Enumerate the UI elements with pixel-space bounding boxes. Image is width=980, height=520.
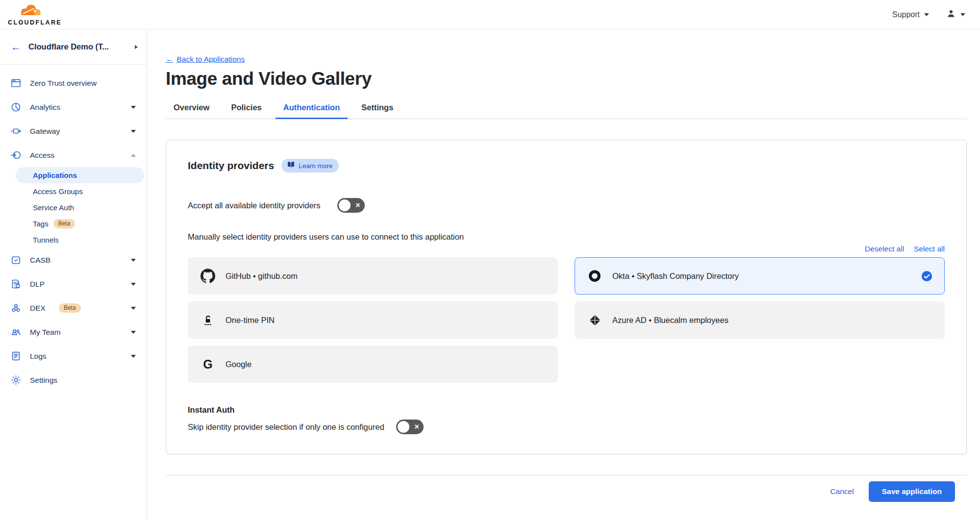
learn-more-badge[interactable]: Learn more [281, 159, 339, 173]
tab-authentication[interactable]: Authentication [276, 98, 348, 119]
support-menu[interactable]: Support [892, 10, 929, 19]
document-lock-icon [10, 278, 22, 290]
sidebar-item-dex[interactable]: DEX Beta [0, 296, 147, 320]
provider-label: Google [226, 360, 251, 369]
sidebar-item-dlp[interactable]: DLP [0, 272, 147, 296]
cluster-icon [10, 302, 22, 314]
sidebar-item-applications[interactable]: Applications [16, 167, 144, 183]
people-icon [10, 326, 22, 338]
sidebar-item-gateway[interactable]: Gateway [0, 119, 147, 143]
sidebar-item-label: Settings [30, 376, 57, 385]
sidebar-item-access[interactable]: Access [0, 143, 147, 167]
cloudflare-wordmark: CLOUDFLARE [8, 20, 62, 26]
pie-chart-icon [10, 101, 22, 113]
sidebar-item-service-auth[interactable]: Service Auth [16, 199, 144, 216]
sidebar-nav: Zero Trust overview Analytics Gateway [0, 65, 147, 392]
provider-google[interactable]: G Google [188, 346, 558, 383]
instant-auth-heading: Instant Auth [188, 405, 945, 415]
instant-auth-toggle[interactable]: × [396, 420, 424, 434]
topbar: CLOUDFLARE Support [0, 0, 980, 29]
selection-links: Deselect all Select all [188, 245, 945, 253]
beta-badge: Beta [53, 219, 75, 228]
chevron-up-icon [131, 154, 136, 157]
sidebar-item-label: My Team [30, 328, 61, 337]
page-title: Image and Video Gallery [166, 69, 967, 89]
toggle-off-x-icon: × [414, 423, 419, 431]
toggle-off-x-icon: × [355, 201, 360, 209]
sidebar-item-settings[interactable]: Settings [0, 368, 147, 392]
save-application-button[interactable]: Save application [869, 481, 955, 502]
sidebar-item-label: Access [30, 151, 54, 160]
sidebar-item-label: Analytics [30, 103, 60, 112]
casb-box-check-icon [10, 254, 22, 266]
chevron-right-icon [135, 45, 138, 49]
back-to-applications-link[interactable]: ← Back to Applications [166, 55, 245, 64]
accept-all-label: Accept all available identity providers [188, 201, 321, 210]
learn-more-label: Learn more [299, 162, 332, 170]
account-name: Cloudflare Demo (T... [28, 42, 127, 51]
beta-badge: Beta [59, 303, 81, 313]
sidebar-item-label: Access Groups [33, 187, 83, 196]
provider-label: One-time PIN [226, 316, 275, 325]
github-icon [201, 269, 215, 283]
instant-auth-label: Skip identity provider selection if only… [188, 422, 384, 432]
chevron-down-icon [924, 13, 929, 16]
sidebar-item-access-groups[interactable]: Access Groups [16, 183, 144, 199]
gear-icon [10, 374, 22, 386]
access-login-icon [10, 149, 22, 161]
main-content: ← Back to Applications Image and Video G… [147, 29, 980, 520]
cloudflare-cloud-icon [17, 3, 53, 19]
sidebar-item-tunnels[interactable]: Tunnels [16, 232, 144, 248]
chevron-down-icon [131, 307, 136, 310]
toggle-knob [339, 199, 351, 211]
toggle-knob [398, 421, 409, 433]
chevron-down-icon [960, 13, 965, 16]
back-link-label: Back to Applications [177, 55, 245, 64]
sidebar-item-label: CASB [30, 256, 50, 265]
sidebar-item-tags[interactable]: Tags Beta [16, 216, 144, 232]
tab-policies[interactable]: Policies [223, 98, 269, 119]
sidebar-item-label: Applications [33, 171, 77, 179]
select-all-link[interactable]: Select all [914, 245, 945, 253]
book-icon [287, 161, 295, 170]
user-icon [946, 8, 956, 21]
provider-okta[interactable]: Okta • Skyflash Company Directory [575, 257, 945, 295]
provider-one-time-pin[interactable]: One-time PIN [188, 301, 558, 339]
sidebar-item-label: Gateway [30, 127, 60, 136]
sidebar-item-logs[interactable]: Logs [0, 344, 147, 368]
provider-label: Azure AD • Bluecalm employees [612, 316, 729, 325]
tab-settings[interactable]: Settings [353, 98, 401, 119]
deselect-all-link[interactable]: Deselect all [865, 245, 904, 253]
sidebar-item-label: Zero Trust overview [30, 79, 97, 88]
manual-select-text: Manually select identity providers users… [188, 232, 945, 242]
sidebar-item-analytics[interactable]: Analytics [0, 95, 147, 119]
cloudflare-logo[interactable]: CLOUDFLARE [8, 3, 62, 26]
accept-all-toggle[interactable]: × [337, 198, 365, 213]
back-arrow-icon[interactable]: ← [11, 42, 21, 52]
sidebar-item-casb[interactable]: CASB [0, 248, 147, 272]
sidebar-item-label: DEX [30, 304, 46, 313]
sidebar-item-label: Tags [33, 220, 49, 228]
google-g-icon: G [201, 357, 215, 371]
okta-icon [587, 269, 602, 283]
tab-overview[interactable]: Overview [166, 98, 217, 119]
sidebar-item-my-team[interactable]: My Team [0, 320, 147, 344]
chevron-down-icon [131, 130, 136, 133]
support-label: Support [892, 10, 920, 19]
tab-bar: Overview Policies Authentication Setting… [166, 98, 967, 119]
sidebar-item-label: Tunnels [33, 236, 59, 244]
provider-grid: GitHub • github.com Okta • Skyflash Comp… [188, 257, 945, 383]
provider-github[interactable]: GitHub • github.com [188, 257, 558, 295]
back-arrow-icon: ← [166, 55, 174, 64]
cancel-button[interactable]: Cancel [830, 487, 854, 496]
azure-ad-icon [587, 314, 602, 327]
sidebar: ← Cloudflare Demo (T... Zero Trust overv… [0, 29, 147, 520]
provider-label: GitHub • github.com [226, 272, 298, 281]
sidebar-item-zero-trust-overview[interactable]: Zero Trust overview [0, 71, 147, 95]
chevron-down-icon [131, 259, 136, 262]
provider-azure-ad[interactable]: Azure AD • Bluecalm employees [575, 301, 945, 339]
account-menu[interactable] [946, 8, 965, 21]
account-switcher[interactable]: ← Cloudflare Demo (T... [0, 29, 147, 65]
chevron-down-icon [131, 283, 136, 286]
sidebar-item-label: Logs [30, 352, 47, 361]
